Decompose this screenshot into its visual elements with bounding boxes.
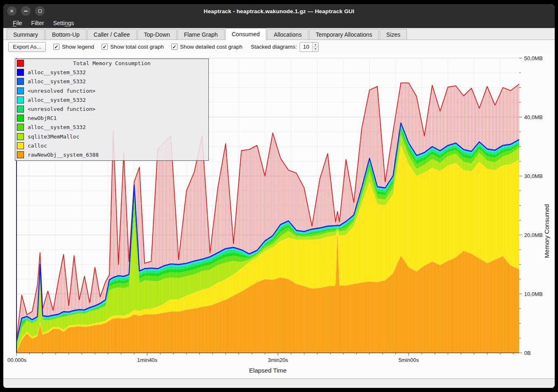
heaptrack-window: ✕ Heaptrack - heaptrack.wakunode.1.gz — … xyxy=(3,4,555,388)
tab-caller-callee[interactable]: Caller / Callee xyxy=(87,29,137,40)
checkbox-check-icon[interactable]: ✓ xyxy=(171,44,177,50)
legend-item: sqlite3MemMalloc xyxy=(15,132,208,141)
legend-swatch xyxy=(17,124,24,131)
menu-settings[interactable]: Settings xyxy=(50,19,78,27)
svg-text:5min00s: 5min00s xyxy=(399,357,419,363)
checkbox-check-icon[interactable]: ✓ xyxy=(53,44,59,50)
spin-down-icon[interactable]: ▼ xyxy=(312,47,318,52)
legend-title-row: Total Memory Consumption xyxy=(15,59,208,68)
legend-swatch xyxy=(17,106,24,113)
svg-text:3min20s: 3min20s xyxy=(268,357,288,363)
legend-label: alloc__system_5332 xyxy=(28,97,86,103)
legend-item: alloc__system_5332 xyxy=(15,77,208,86)
tab-summary[interactable]: Summary xyxy=(7,29,45,40)
show-detailed-cost-checkbox[interactable]: ✓ Show detailed cost graph xyxy=(171,44,243,50)
tab-bottom-up[interactable]: Bottom-Up xyxy=(45,29,86,40)
checkbox-check-icon[interactable]: ✓ xyxy=(102,44,108,50)
stacked-diagrams-value[interactable]: 10 xyxy=(300,42,312,52)
legend-item: calloc xyxy=(15,141,208,150)
legend-swatch xyxy=(17,96,24,103)
legend-title: Total Memory Consumption xyxy=(15,60,208,66)
show-legend-checkbox[interactable]: ✓ Show legend xyxy=(53,44,94,50)
menu-file[interactable]: File xyxy=(9,19,26,27)
tab-flame-graph[interactable]: Flame Graph xyxy=(177,29,225,40)
svg-text:20,0MB: 20,0MB xyxy=(524,232,543,238)
checkbox-label: Show legend xyxy=(62,44,94,50)
svg-text:50,0MB: 50,0MB xyxy=(524,55,543,61)
memory-consumption-chart: 00.000s1min40s3min20s5min00s0B10,0MB20,0… xyxy=(3,54,555,378)
chart-legend: Total Memory Consumption alloc__system_5… xyxy=(15,59,209,161)
legend-label: rawNewObj__system_6388 xyxy=(28,152,99,158)
checkbox-label: Show detailed cost graph xyxy=(180,44,243,50)
legend-swatch xyxy=(17,78,24,85)
legend-swatch xyxy=(17,133,24,140)
legend-swatch xyxy=(17,69,24,76)
window-title: Heaptrack - heaptrack.wakunode.1.gz — He… xyxy=(3,4,555,18)
legend-label: <unresolved function> xyxy=(28,88,95,94)
legend-item: alloc__system_5332 xyxy=(15,68,208,77)
title-bar[interactable]: ✕ Heaptrack - heaptrack.wakunode.1.gz — … xyxy=(3,4,555,18)
svg-text:00.000s: 00.000s xyxy=(7,357,27,363)
legend-swatch xyxy=(17,142,24,149)
tab-bar: Summary Bottom-Up Caller / Callee Top-Do… xyxy=(3,28,555,40)
svg-text:0B: 0B xyxy=(524,350,531,356)
menu-bar: File Filter Settings xyxy=(3,18,555,28)
menu-filter[interactable]: Filter xyxy=(28,19,48,27)
status-bar xyxy=(3,378,555,388)
show-total-cost-checkbox[interactable]: ✓ Show total cost graph xyxy=(102,44,164,50)
legend-swatch xyxy=(17,87,24,94)
export-as-button[interactable]: Export As... xyxy=(8,42,46,52)
legend-label: alloc__system_5332 xyxy=(28,124,86,130)
tab-temporary-allocations[interactable]: Temporary Allocations xyxy=(309,29,379,40)
legend-item: <unresolved function> xyxy=(15,105,208,114)
legend-label: calloc xyxy=(28,143,47,149)
tab-allocations[interactable]: Allocations xyxy=(267,29,308,40)
stacked-diagrams-stepper[interactable]: 10 ▲ ▼ xyxy=(300,42,319,52)
legend-item: alloc__system_5332 xyxy=(15,123,208,132)
legend-label: sqlite3MemMalloc xyxy=(28,134,79,140)
svg-text:Memory Consumed: Memory Consumed xyxy=(543,204,550,258)
tab-sizes[interactable]: Sizes xyxy=(380,29,407,40)
legend-item: <unresolved function> xyxy=(15,87,208,96)
stacked-diagrams-label: Stacked diagrams: xyxy=(251,44,297,50)
legend-item: newObjRC1 xyxy=(15,114,208,123)
chart-toolbar: Export As... ✓ Show legend ✓ Show total … xyxy=(3,40,555,54)
legend-swatch xyxy=(17,151,24,158)
spin-up-icon[interactable]: ▲ xyxy=(312,42,318,47)
legend-item: rawNewObj__system_6388 xyxy=(15,150,208,160)
legend-label: newObjRC1 xyxy=(28,115,57,121)
tab-consumed[interactable]: Consumed xyxy=(225,28,267,40)
legend-swatch xyxy=(17,115,24,122)
svg-text:1min40s: 1min40s xyxy=(137,357,158,363)
desktop-background: ✕ Heaptrack - heaptrack.wakunode.1.gz — … xyxy=(0,0,558,392)
legend-item: alloc__system_5332 xyxy=(15,96,208,105)
legend-label: <unresolved function> xyxy=(28,106,95,112)
tab-top-down[interactable]: Top-Down xyxy=(137,29,177,40)
svg-text:30,0MB: 30,0MB xyxy=(524,173,543,179)
svg-text:40,0MB: 40,0MB xyxy=(524,114,543,120)
svg-text:Elapsed Time: Elapsed Time xyxy=(249,367,287,374)
legend-label: alloc__system_5332 xyxy=(28,78,86,85)
svg-text:10,0MB: 10,0MB xyxy=(524,291,543,297)
legend-label: alloc__system_5332 xyxy=(28,69,86,75)
checkbox-label: Show total cost graph xyxy=(110,44,164,50)
